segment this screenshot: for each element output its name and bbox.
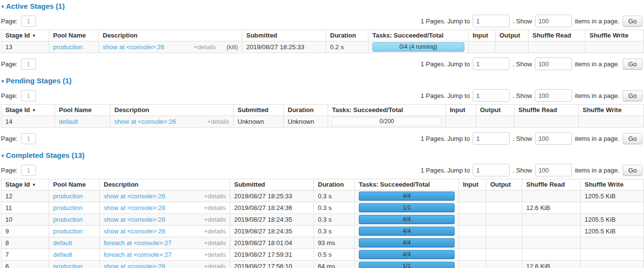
- output-cell: [486, 261, 522, 268]
- pool-name-link[interactable]: production: [53, 204, 83, 211]
- column-header-shuffle-write[interactable]: Shuffle Write: [579, 105, 644, 116]
- page-number-input[interactable]: [21, 16, 36, 27]
- column-header-pool-name[interactable]: Pool Name: [49, 30, 99, 41]
- kill-stage-link[interactable]: (kill): [226, 43, 238, 51]
- items-per-page-input[interactable]: [535, 57, 572, 70]
- jump-to-page-input[interactable]: [473, 89, 510, 102]
- stage-description-link[interactable]: foreach at <console>:27: [104, 251, 172, 258]
- column-header-duration[interactable]: Duration: [314, 179, 355, 191]
- stage-description-link[interactable]: show at <console>:26: [103, 43, 164, 51]
- details-toggle-link[interactable]: +details: [204, 216, 226, 223]
- column-header-tasks-succeeded-total[interactable]: Tasks: Succeeded/Total: [328, 105, 446, 116]
- column-header-tasks-succeeded-total[interactable]: Tasks: Succeeded/Total: [368, 30, 469, 41]
- column-header-shuffle-read[interactable]: Shuffle Read: [515, 105, 579, 116]
- pool-name-link[interactable]: production: [53, 228, 83, 235]
- column-header-submitted[interactable]: Submitted: [242, 30, 326, 41]
- pool-name-link[interactable]: production: [53, 43, 83, 51]
- column-header-submitted[interactable]: Submitted: [234, 105, 284, 116]
- details-toggle-link[interactable]: +details: [207, 118, 229, 125]
- description-actions: +details: [204, 228, 226, 235]
- go-button[interactable]: Go: [623, 90, 643, 101]
- pending-stages-header[interactable]: ▾Pending Stages (1): [1, 77, 644, 85]
- pagination-row: Page: 1 Pages. Jump to . Show items in a…: [1, 164, 644, 176]
- column-header-description[interactable]: Description: [99, 30, 242, 41]
- column-header-stage-id[interactable]: Stage Id▾: [1, 30, 49, 41]
- column-header-stage-id[interactable]: Stage Id▾: [1, 179, 49, 191]
- go-button[interactable]: Go: [623, 165, 643, 176]
- column-header-output[interactable]: Output: [496, 30, 529, 41]
- duration-cell: Unknown: [284, 116, 328, 128]
- column-header-output[interactable]: Output: [486, 179, 522, 191]
- column-header-stage-id[interactable]: Stage Id▾: [1, 105, 55, 116]
- pool-name-link[interactable]: default: [53, 239, 72, 247]
- column-header-shuffle-read[interactable]: Shuffle Read: [522, 179, 581, 191]
- column-header-output[interactable]: Output: [476, 105, 515, 116]
- page-number-input[interactable]: [21, 90, 36, 101]
- jump-to-page-input[interactable]: [473, 15, 510, 27]
- column-header-input[interactable]: Input: [446, 105, 476, 116]
- stage-description-link[interactable]: show at <console>:28: [104, 228, 165, 235]
- jump-to-page-input[interactable]: [473, 164, 510, 176]
- stage-row: 7default+detailsforeach at <console>:272…: [1, 249, 644, 261]
- pool-name-link[interactable]: production: [53, 192, 83, 200]
- column-header-shuffle-write[interactable]: Shuffle Write: [586, 30, 644, 41]
- shuffle-read-cell: [515, 116, 579, 128]
- items-per-page-input[interactable]: [535, 132, 572, 145]
- stage-description-link[interactable]: foreach at <console>:27: [104, 239, 172, 247]
- go-button[interactable]: Go: [623, 58, 643, 70]
- pool-name-link[interactable]: production: [53, 263, 83, 268]
- column-header-pool-name[interactable]: Pool Name: [55, 105, 110, 116]
- page-number-input[interactable]: [21, 58, 36, 70]
- tasks-cell: 4/4: [355, 249, 459, 261]
- description-actions: +details: [204, 263, 226, 268]
- stage-description-link[interactable]: show at <console>:28: [104, 263, 165, 268]
- stage-description-link[interactable]: show at <console>:26: [104, 192, 165, 200]
- go-button[interactable]: Go: [623, 133, 643, 144]
- stage-description-link[interactable]: show at <console>:28: [104, 204, 165, 211]
- active-stages-header[interactable]: ▾Active Stages (1): [1, 2, 644, 10]
- pool-name-link[interactable]: default: [59, 118, 78, 125]
- column-header-shuffle-read[interactable]: Shuffle Read: [529, 30, 586, 41]
- completed-stages-header[interactable]: ▾Completed Stages (13): [1, 151, 644, 159]
- column-header-shuffle-write[interactable]: Shuffle Write: [581, 179, 644, 191]
- column-header-submitted[interactable]: Submitted: [230, 179, 314, 191]
- details-toggle-link[interactable]: +details: [204, 251, 226, 258]
- completed-pagination-top: Page: 1 Pages. Jump to . Show items in a…: [1, 164, 644, 176]
- pool-name-cell: default: [49, 249, 100, 261]
- details-toggle-link[interactable]: +details: [204, 263, 226, 268]
- collapse-arrow-icon: ▾: [1, 4, 4, 9]
- go-button[interactable]: Go: [623, 16, 643, 27]
- details-toggle-link[interactable]: +details: [204, 192, 226, 200]
- column-header-duration[interactable]: Duration: [284, 105, 328, 116]
- details-toggle-link[interactable]: +details: [204, 204, 226, 211]
- stage-row: 9production+detailsshow at <console>:282…: [1, 226, 644, 237]
- jump-to-page-input[interactable]: [473, 57, 510, 70]
- column-header-description[interactable]: Description: [100, 179, 230, 191]
- stages-page: ▾Active Stages (1) Page: 1 Pages. Jump t…: [1, 2, 644, 268]
- stage-id-cell: 8: [1, 237, 49, 249]
- details-toggle-link[interactable]: +details: [204, 228, 226, 235]
- stage-id-cell: 14: [1, 116, 55, 128]
- pool-name-cell: production: [49, 214, 100, 226]
- pool-name-link[interactable]: production: [53, 216, 83, 223]
- items-per-page-input[interactable]: [535, 164, 572, 176]
- description-cell: +detailsshow at <console>:28: [100, 226, 230, 237]
- column-header-duration[interactable]: Duration: [326, 30, 368, 41]
- pool-name-link[interactable]: default: [53, 251, 72, 258]
- page-number-input[interactable]: [21, 165, 36, 176]
- shuffle-read-cell: 12.6 KiB: [522, 261, 581, 268]
- column-header-input[interactable]: Input: [459, 179, 486, 191]
- stage-description-link[interactable]: show at <console>:26: [114, 118, 176, 125]
- items-per-page-input[interactable]: [535, 15, 572, 27]
- details-toggle-link[interactable]: +details: [204, 239, 226, 247]
- column-header-input[interactable]: Input: [469, 30, 496, 41]
- stage-description-link[interactable]: show at <console>:28: [104, 216, 165, 223]
- column-header-description[interactable]: Description: [110, 105, 234, 116]
- items-per-page-input[interactable]: [535, 89, 572, 102]
- input-cell: [459, 214, 486, 226]
- jump-to-page-input[interactable]: [473, 132, 510, 145]
- column-header-tasks-succeeded-total[interactable]: Tasks: Succeeded/Total: [355, 179, 459, 191]
- page-number-input[interactable]: [21, 133, 36, 144]
- details-toggle-link[interactable]: +details: [194, 43, 216, 51]
- column-header-pool-name[interactable]: Pool Name: [49, 179, 100, 191]
